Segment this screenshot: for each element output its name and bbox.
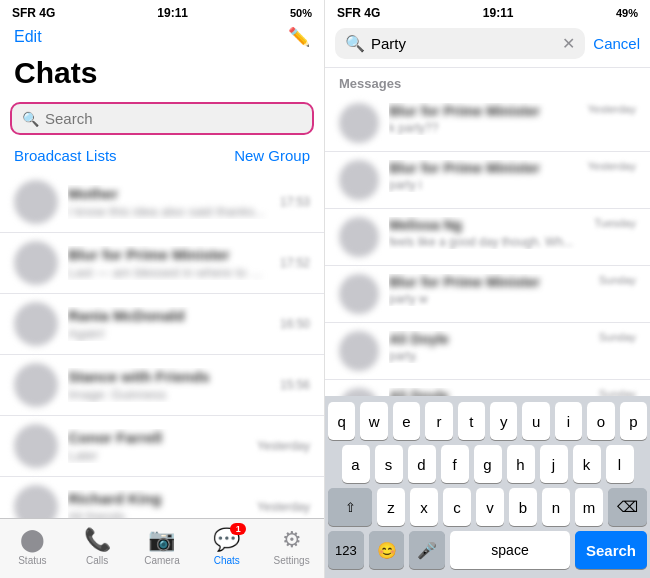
- msg-name: Melissa Ng: [389, 217, 584, 233]
- key-a[interactable]: a: [342, 445, 370, 483]
- edit-button[interactable]: Edit: [14, 28, 42, 46]
- key-y[interactable]: y: [490, 402, 517, 440]
- key-z[interactable]: z: [377, 488, 405, 526]
- right-search-bar-container: 🔍 ✕ Cancel: [325, 24, 650, 68]
- keyboard-row-4: 123 😊 🎤 space Search: [328, 531, 647, 569]
- table-row[interactable]: Stance with Friends Image: Guinness 15:5…: [0, 355, 324, 416]
- key-k[interactable]: k: [573, 445, 601, 483]
- new-group-link[interactable]: New Group: [234, 147, 310, 164]
- key-s[interactable]: s: [375, 445, 403, 483]
- list-item[interactable]: Blur for Prime Minister party w Sunday: [325, 266, 650, 323]
- msg-name: Blur for Prime Minister: [389, 274, 589, 290]
- key-n[interactable]: n: [542, 488, 570, 526]
- key-c[interactable]: c: [443, 488, 471, 526]
- tab-status[interactable]: ⬤ Status: [7, 527, 57, 566]
- key-shift[interactable]: ⇧: [328, 488, 372, 526]
- chats-badge: 1: [230, 523, 246, 535]
- key-i[interactable]: i: [555, 402, 582, 440]
- message-result-list: Blur for Prime Minister k party?? Yester…: [325, 95, 650, 396]
- search-bar[interactable]: 🔍: [10, 102, 314, 135]
- key-u[interactable]: u: [522, 402, 549, 440]
- key-e[interactable]: e: [393, 402, 420, 440]
- key-o[interactable]: o: [587, 402, 614, 440]
- msg-name: Ali Doyle: [389, 331, 589, 347]
- key-m[interactable]: m: [575, 488, 603, 526]
- avatar: [14, 485, 58, 518]
- msg-time: Tuesday: [594, 217, 636, 229]
- tab-settings-label: Settings: [274, 555, 310, 566]
- msg-time: Sunday: [599, 388, 636, 396]
- chat-info: Rania McDonald Again!: [68, 307, 270, 341]
- tab-chats[interactable]: 💬 1 Chats: [202, 527, 252, 566]
- avatar: [14, 241, 58, 285]
- chat-time: 17:53: [280, 195, 310, 209]
- table-row[interactable]: Conor Farrell Later Yesterday: [0, 416, 324, 477]
- clear-search-icon[interactable]: ✕: [562, 34, 575, 53]
- msg-preview: party.: [389, 349, 589, 363]
- key-l[interactable]: l: [606, 445, 634, 483]
- key-search[interactable]: Search: [575, 531, 647, 569]
- msg-info: Ali Doyle party: [389, 388, 589, 396]
- compose-icon[interactable]: ✏️: [288, 26, 310, 48]
- avatar: [14, 424, 58, 468]
- key-t[interactable]: t: [458, 402, 485, 440]
- key-p[interactable]: p: [620, 402, 647, 440]
- right-time: 19:11: [483, 6, 514, 20]
- tab-calls[interactable]: 📞 Calls: [72, 527, 122, 566]
- table-row[interactable]: Mother I know this idea also said thanks…: [0, 172, 324, 233]
- cancel-button[interactable]: Cancel: [593, 35, 640, 52]
- list-item[interactable]: Ali Doyle party Sunday: [325, 380, 650, 396]
- chat-info: Mother I know this idea also said thanks…: [68, 185, 270, 219]
- broadcast-lists-link[interactable]: Broadcast Lists: [14, 147, 117, 164]
- table-row[interactable]: Richard King All friends Yesterday: [0, 477, 324, 518]
- msg-preview: party i: [389, 178, 577, 192]
- chat-name: Stance with Friends: [68, 368, 270, 385]
- search-input[interactable]: [45, 110, 302, 127]
- list-item[interactable]: Ali Doyle party. Sunday: [325, 323, 650, 380]
- key-q[interactable]: q: [328, 402, 355, 440]
- chat-list: Mother I know this idea also said thanks…: [0, 172, 324, 518]
- msg-name: Blur for Prime Minister: [389, 103, 577, 119]
- msg-preview: k party??: [389, 121, 577, 135]
- key-space[interactable]: space: [450, 531, 570, 569]
- avatar: [339, 388, 379, 396]
- list-item[interactable]: Blur for Prime Minister party i Yesterda…: [325, 152, 650, 209]
- right-search-input-wrap[interactable]: 🔍 ✕: [335, 28, 585, 59]
- key-delete[interactable]: ⌫: [608, 488, 647, 526]
- chats-title: Chats: [0, 54, 324, 98]
- msg-preview: party w: [389, 292, 589, 306]
- right-search-input[interactable]: [371, 35, 556, 52]
- list-item[interactable]: Blur for Prime Minister k party?? Yester…: [325, 95, 650, 152]
- msg-info: Melissa Ng feels like a good day though.…: [389, 217, 584, 249]
- key-x[interactable]: x: [410, 488, 438, 526]
- msg-time: Yesterday: [587, 160, 636, 172]
- table-row[interactable]: Blur for Prime Minister Last — am blesse…: [0, 233, 324, 294]
- left-time: 19:11: [157, 6, 188, 20]
- key-g[interactable]: g: [474, 445, 502, 483]
- key-mic[interactable]: 🎤: [409, 531, 445, 569]
- key-w[interactable]: w: [360, 402, 387, 440]
- key-numbers[interactable]: 123: [328, 531, 364, 569]
- key-h[interactable]: h: [507, 445, 535, 483]
- table-row[interactable]: Rania McDonald Again! 16:50: [0, 294, 324, 355]
- msg-time: Sunday: [599, 274, 636, 286]
- msg-info: Blur for Prime Minister party i: [389, 160, 577, 192]
- avatar: [339, 160, 379, 200]
- list-item[interactable]: Melissa Ng feels like a good day though.…: [325, 209, 650, 266]
- avatar: [339, 217, 379, 257]
- avatar: [14, 180, 58, 224]
- key-j[interactable]: j: [540, 445, 568, 483]
- tab-settings[interactable]: ⚙ Settings: [267, 527, 317, 566]
- key-r[interactable]: r: [425, 402, 452, 440]
- chat-preview: Again!: [68, 326, 270, 341]
- key-d[interactable]: d: [408, 445, 436, 483]
- key-v[interactable]: v: [476, 488, 504, 526]
- tab-camera[interactable]: 📷 Camera: [137, 527, 187, 566]
- key-f[interactable]: f: [441, 445, 469, 483]
- left-panel: SFR 4G 19:11 50% Edit ✏️ Chats 🔍 Broadca…: [0, 0, 325, 578]
- calls-icon: 📞: [84, 527, 111, 553]
- avatar: [339, 103, 379, 143]
- key-emoji[interactable]: 😊: [369, 531, 405, 569]
- key-b[interactable]: b: [509, 488, 537, 526]
- chat-preview: Later: [68, 448, 247, 463]
